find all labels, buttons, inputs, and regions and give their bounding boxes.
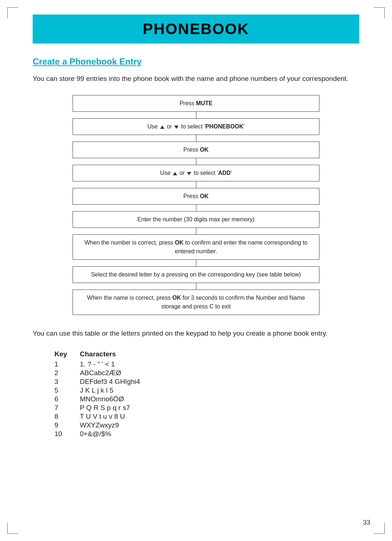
section-title: Create a Phonebook Entry (33, 57, 359, 67)
page-container: PHONEBOOK Create a Phonebook Entry You c… (25, 0, 367, 453)
flow-step-4-or: or (180, 170, 187, 176)
connector-7 (196, 260, 196, 266)
flow-step-7: When the number is correct, press OK to … (73, 234, 319, 260)
flow-step-2-pre: Use (147, 123, 159, 130)
key-cell: 8 (54, 413, 80, 421)
arrow-up-icon-2 (173, 172, 177, 175)
second-text: You can use this table or the letters pr… (33, 328, 359, 339)
flow-step-3: Press OK (73, 142, 319, 158)
flow-step-5: Press OK (73, 188, 319, 205)
flow-step-9-bold: OK (172, 295, 181, 301)
flow-step-1: Press MUTE (73, 95, 319, 112)
page-title: PHONEBOOK (33, 20, 359, 38)
key-cell: 7 (54, 404, 80, 412)
key-cell: 6 (54, 395, 80, 403)
key-table: Key Characters 1 1. ? - " ' < 1 2 ABCabc… (54, 350, 359, 438)
intro-text: You can store 99 entries into the phone … (33, 73, 359, 84)
key-cell: 3 (54, 378, 80, 386)
chars-cell: WXYZwxyz9 (80, 421, 359, 429)
flow-diagram: Press MUTE Use or to select 'PHONEBOOK' … (73, 95, 319, 315)
flow-step-9-post: for 3 seconds to confirm the Number and … (161, 295, 305, 310)
flow-step-4-close: ' (231, 170, 232, 176)
chars-cell: DEFdef3 4 GHIghi4 (80, 378, 359, 386)
flow-step-9-pre: When the name is correct, press (87, 295, 172, 301)
flow-step-7-bold: OK (175, 239, 184, 246)
connector-5 (196, 205, 196, 211)
flow-step-8-text: Select the desired letter by a pressing … (91, 271, 301, 278)
flow-step-5-bold: OK (200, 193, 209, 199)
connector-8 (196, 283, 196, 290)
header-banner: PHONEBOOK (33, 15, 359, 44)
flow-step-3-bold: OK (200, 147, 209, 153)
arrow-down-icon-2 (187, 172, 191, 175)
page-number: 33 (363, 519, 370, 526)
key-cell: 5 (54, 386, 80, 394)
table-row: 8 T U V t u v 8 U (54, 413, 359, 421)
flow-step-4-pre: Use (160, 170, 172, 176)
chars-cell: T U V t u v 8 U (80, 413, 359, 421)
flow-step-4-post: to select ' (194, 170, 218, 176)
connector-3 (196, 158, 196, 165)
corner-mark-bottom-left (7, 523, 18, 534)
connector-2 (196, 135, 196, 142)
table-row: 1 1. ? - " ' < 1 (54, 360, 359, 368)
connector-1 (196, 112, 196, 118)
key-cell: 1 (54, 360, 80, 368)
key-table-header: Key Characters (54, 350, 359, 358)
key-cell: 2 (54, 369, 80, 377)
flow-step-5-pre: Press (183, 193, 200, 199)
key-cell: 10 (54, 430, 80, 438)
key-table-header-chars: Characters (80, 350, 359, 358)
corner-mark-bottom-right (374, 523, 385, 534)
connector-6 (196, 228, 196, 234)
flow-step-7-post: to confirm and enter the name correspond… (175, 239, 308, 254)
table-row: 5 J K L j k l 5 (54, 386, 359, 394)
table-row: 9 WXYZwxyz9 (54, 421, 359, 429)
flow-step-7-pre: When the number is correct, press (85, 239, 175, 246)
flow-step-1-pre: Press (180, 100, 196, 106)
chars-cell: MNOmno6ÖØ (80, 395, 359, 403)
flow-step-4: Use or to select 'ADD' (73, 165, 319, 181)
table-row: 2 ABCabc2ÆØ (54, 369, 359, 377)
arrow-down-icon-1 (174, 126, 179, 129)
table-row: 3 DEFdef3 4 GHIghi4 (54, 378, 359, 386)
flow-step-2-post: to select ' (181, 123, 205, 130)
table-row: 10 0+&@/$% (54, 430, 359, 438)
flow-step-1-bold: MUTE (196, 100, 212, 106)
flow-step-2-bold: PHONEBOOK (205, 123, 244, 130)
flow-step-4-bold: ADD (218, 170, 231, 176)
corner-mark-top-left (7, 7, 18, 18)
arrow-up-icon-1 (160, 126, 164, 129)
chars-cell: 1. ? - " ' < 1 (80, 360, 359, 368)
table-row: 7 P Q R S p q r s7 (54, 404, 359, 412)
key-cell: 9 (54, 421, 80, 429)
chars-cell: J K L j k l 5 (80, 386, 359, 394)
key-table-header-key: Key (54, 350, 80, 358)
flow-step-2: Use or to select 'PHONEBOOK' (73, 118, 319, 135)
flow-step-6: Enter the number (30 digits max per memo… (73, 211, 319, 228)
table-row: 6 MNOmno6ÖØ (54, 395, 359, 403)
chars-cell: ABCabc2ÆØ (80, 369, 359, 377)
flow-step-2-close: ' (244, 123, 245, 130)
flow-step-8: Select the desired letter by a pressing … (73, 266, 319, 283)
chars-cell: P Q R S p q r s7 (80, 404, 359, 412)
flow-step-9: When the name is correct, press OK for 3… (73, 290, 319, 315)
flow-step-6-text: Enter the number (30 digits max per memo… (138, 216, 255, 222)
flow-step-2-or: or (167, 123, 174, 130)
corner-mark-top-right (374, 7, 385, 18)
flow-step-3-pre: Press (183, 147, 200, 153)
chars-cell: 0+&@/$% (80, 430, 359, 438)
connector-4 (196, 181, 196, 188)
